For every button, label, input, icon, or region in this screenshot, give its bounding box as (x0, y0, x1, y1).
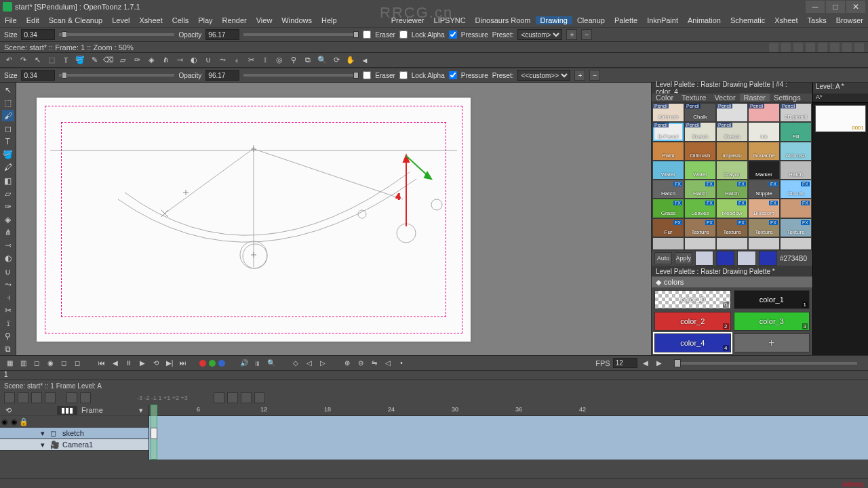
room-xsheet[interactable]: Xsheet (770, 16, 802, 24)
current-style-swatch-a[interactable] (695, 251, 713, 266)
add-color-button[interactable]: + (734, 333, 810, 352)
option-e-icon[interactable]: ◻ (58, 358, 69, 369)
play-button[interactable]: ▶ (137, 358, 148, 369)
eraser-checkbox[interactable] (363, 30, 371, 39)
flip-h-icon[interactable]: ⇋ (369, 358, 380, 369)
room-tasks[interactable]: Tasks (803, 16, 831, 24)
brush-Ink[interactable]: Ink (749, 123, 779, 140)
minimize-button[interactable]: ─ (806, 1, 825, 13)
tl-tool-5[interactable] (66, 392, 77, 403)
tab-raster[interactable]: Raster (740, 94, 770, 102)
brush-item[interactable] (781, 199, 811, 217)
zoom-in-icon[interactable]: ⊕ (342, 358, 353, 369)
room-inknpaint[interactable]: InknPaint (642, 16, 683, 24)
brush-Paint[interactable]: Paint (653, 142, 684, 160)
brush-Blossom[interactable]: Blossom (749, 199, 779, 217)
menu-play[interactable]: Play (193, 16, 217, 24)
eraser-tool[interactable]: ◧ (2, 175, 14, 186)
tracker-tool-icon[interactable]: ◎ (273, 54, 285, 66)
eraser2-checkbox[interactable] (363, 71, 371, 79)
room-animation[interactable]: Animation (683, 16, 726, 24)
freeze-icon[interactable] (806, 43, 815, 52)
room-cleanup[interactable]: Cleanup (572, 16, 610, 24)
edit-tool[interactable]: ↖ (2, 84, 14, 96)
pump-tool[interactable]: ◐ (2, 253, 14, 264)
selection-tool-icon[interactable]: ⬚ (45, 54, 58, 66)
cutter-tool-icon[interactable]: ✂ (245, 54, 257, 66)
option-d-icon[interactable]: ◉ (45, 358, 56, 369)
skeleton-tool[interactable]: ⟟ (2, 318, 14, 329)
histogram-icon[interactable]: ⫼ (252, 358, 263, 369)
brush-Airbrush[interactable]: AirbrushPencil (653, 104, 684, 121)
pressure-checkbox[interactable] (449, 30, 457, 39)
tl-tool-4[interactable] (45, 392, 56, 403)
size2-input[interactable] (21, 70, 55, 81)
field-guide-icon[interactable] (854, 43, 864, 52)
brush-Hatch[interactable]: Hatch (685, 180, 715, 198)
menu-cells[interactable]: Cells (167, 16, 193, 24)
lockalpha2-checkbox[interactable] (399, 71, 408, 79)
fill-tool-icon[interactable]: 🪣 (74, 54, 86, 66)
first-frame-button[interactable]: ⏮ (96, 358, 107, 369)
eraser-tool-icon[interactable]: ⌫ (102, 54, 115, 66)
tl-tool-2[interactable] (18, 392, 28, 403)
prev-frame-button[interactable]: ◀ (110, 358, 121, 369)
preset-select[interactable]: <custom> (517, 29, 562, 40)
keyframe-icon[interactable]: ◇ (290, 358, 301, 369)
loop-button[interactable]: ⟲ (151, 358, 161, 369)
paint-tool-icon[interactable]: ✎ (88, 54, 100, 66)
preset2-add-button[interactable]: + (574, 70, 585, 81)
canvas-viewport[interactable]: 4 (16, 83, 651, 355)
magnet-tool[interactable]: ∪ (2, 266, 14, 277)
style-picker-tool[interactable]: ✑ (2, 201, 14, 212)
room-schematic[interactable]: Schematic (726, 16, 770, 24)
frame-thumbnail[interactable]: 0001 (815, 105, 866, 132)
current-style-swatch-b[interactable] (716, 251, 734, 266)
hook-tool[interactable]: ⚲ (2, 331, 14, 342)
brush-Hatch[interactable]: Hatch (781, 161, 811, 179)
undo-icon[interactable]: ↶ (3, 54, 15, 66)
color-swatch-color_2[interactable]: color_22 (654, 312, 731, 331)
tab-vector[interactable]: Vector (710, 94, 739, 102)
menu-file[interactable]: File (0, 16, 22, 24)
control-point-tool-icon[interactable]: ⋔ (159, 54, 172, 66)
brush-Water[interactable]: Water (685, 161, 715, 179)
menu-render[interactable]: Render (218, 16, 252, 24)
brush-Airbrush[interactable]: Airbrush (781, 142, 811, 160)
color-swatch-color_0[interactable]: color_00 (654, 290, 731, 309)
frame-number-strip[interactable]: 1 (0, 370, 868, 380)
preset2-remove-button[interactable]: − (589, 70, 600, 81)
brush-item[interactable] (653, 238, 684, 249)
tl-tool-6[interactable] (80, 392, 91, 403)
size-input[interactable] (21, 29, 55, 40)
arrow-tool-icon[interactable]: ↖ (31, 54, 43, 66)
room-drawing[interactable]: Drawing (536, 16, 572, 24)
next-frame-button[interactable]: ▶| (164, 358, 175, 369)
brush-Clouds[interactable]: Clouds (781, 180, 811, 198)
size2-slider[interactable] (59, 74, 174, 77)
opacity-input[interactable] (205, 29, 239, 40)
preset-add-button[interactable]: + (566, 29, 577, 40)
apply-button[interactable]: Apply (675, 252, 692, 264)
tl-tool-1[interactable] (4, 392, 15, 403)
lockalpha-checkbox[interactable] (399, 30, 408, 39)
tab-settings[interactable]: Settings (770, 94, 805, 102)
menu-help[interactable]: Help (317, 16, 342, 24)
auto-button[interactable]: Auto (654, 252, 672, 264)
brush-Sketch[interactable]: SketchPencil (685, 123, 715, 140)
color-swatch-color_3[interactable]: color_33 (734, 312, 810, 331)
sound-icon[interactable]: 🔊 (239, 358, 250, 369)
fps-down-icon[interactable]: ◀ (640, 358, 651, 369)
brush-Stipple[interactable]: Stipple (749, 180, 779, 198)
playback-scrubber[interactable] (674, 362, 857, 365)
brush-item[interactable] (749, 238, 779, 249)
brush-Hatch[interactable]: Hatch (653, 180, 684, 198)
camera-view-icon[interactable] (781, 43, 791, 52)
cutter-tool[interactable]: ✂ (2, 304, 14, 316)
locator-icon[interactable]: 🔍 (266, 358, 277, 369)
3d-view-icon[interactable] (793, 43, 803, 52)
skeleton-tool-icon[interactable]: ⟟ (259, 54, 271, 66)
timeline-ruler[interactable]: 6121824303642 (149, 405, 868, 416)
safe-area-icon[interactable] (842, 43, 852, 52)
brush-B-Pencil[interactable]: B-PencilPencil (653, 123, 684, 140)
